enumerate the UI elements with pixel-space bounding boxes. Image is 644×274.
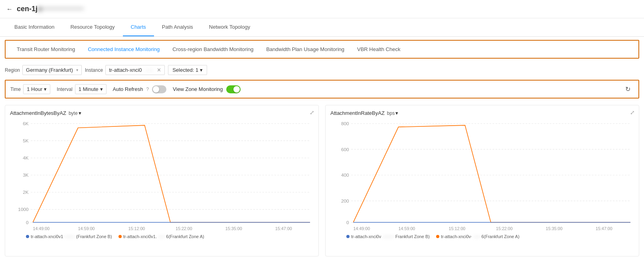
svg-text:15:47:00: 15:47:00: [596, 226, 612, 231]
svg-text:0: 0: [26, 220, 29, 225]
tab-path[interactable]: Path Analysis: [154, 18, 201, 36]
instance-label: Instance: [85, 67, 103, 73]
tab-resource[interactable]: Resource Topology: [62, 18, 122, 36]
svg-text:15:22:00: 15:22:00: [496, 226, 513, 231]
chart2-legend-item-1: tr-attach-xnci0v·········Frankfurt Zone …: [346, 234, 430, 239]
svg-text:15:12:00: 15:12:00: [128, 226, 145, 231]
interval-select[interactable]: 1 Minute ▾: [75, 84, 107, 94]
svg-text:15:35:00: 15:35:00: [546, 226, 563, 231]
svg-text:15:47:00: 15:47:00: [275, 226, 292, 231]
auto-refresh-label: Auto Refresh: [113, 86, 143, 92]
svg-text:0: 0: [346, 220, 349, 225]
chart2-legend-text-2: tr-attach-xnci0v·: [441, 234, 472, 239]
chart1-legend-dot-2: [119, 235, 122, 238]
sub-tab-vbr[interactable]: VBR Health Check: [351, 44, 407, 55]
chart2-svg-wrapper: 800 600 400 200 0 14:49:00 14:59:00 15:1…: [330, 119, 634, 231]
chart1-legend-item-2: tr-attach-xnci0v1.·····6(Frankfurt Zone …: [119, 234, 204, 239]
chart1-title: AttachmentInBytesByAZ: [10, 110, 66, 116]
region-select[interactable]: Germany (Frankfurt) ▾: [22, 65, 82, 75]
sub-tabs: Transit Router Monitoring Connected Inst…: [5, 40, 639, 59]
svg-text:200: 200: [341, 198, 349, 204]
svg-text:1000: 1000: [18, 207, 29, 212]
instance-filter: Instance tr-attach-xnci0······ ✕: [85, 65, 165, 75]
chart1-unit-select[interactable]: byte ▾: [69, 110, 81, 116]
chart2-legend-text-1: tr-attach-xnci0v: [351, 234, 381, 239]
chart1-header: AttachmentInBytesByAZ byte ▾: [10, 110, 314, 116]
time-label: Time: [10, 87, 21, 92]
svg-text:3K: 3K: [23, 172, 29, 178]
view-zone-control: View Zone Monitoring: [173, 85, 241, 93]
svg-text:600: 600: [341, 147, 349, 152]
sub-tab-transit[interactable]: Transit Router Monitoring: [10, 44, 81, 55]
chart2-svg: 800 600 400 200 0 14:49:00 14:59:00 15:1…: [330, 119, 634, 231]
chart2-header: AttachmentInRateByAZ bps ▾: [330, 110, 634, 116]
sub-tab-bandwidth[interactable]: Bandwidth Plan Usage Monitoring: [260, 44, 351, 55]
view-zone-label: View Zone Monitoring: [173, 86, 223, 92]
sub-tab-connected[interactable]: Connected Instance Monitoring: [81, 44, 166, 55]
chart2-unit-select[interactable]: bps ▾: [387, 110, 398, 116]
view-zone-toggle[interactable]: [226, 85, 241, 93]
interval-chevron-icon: ▾: [100, 86, 103, 92]
interval-control: Interval 1 Minute ▾: [57, 84, 106, 94]
interval-label: Interval: [57, 87, 72, 92]
time-controls-row: Time 1 Hour ▾ Interval 1 Minute ▾ Auto R…: [5, 80, 639, 99]
instance-value: tr-attach-xnci0: [109, 67, 142, 73]
selected-chevron-icon: ▾: [200, 67, 203, 73]
main-tabs: Basic Information Resource Topology Char…: [0, 18, 644, 37]
chart2-legend-dot-1: [346, 235, 350, 238]
chart1-unit-chevron-icon: ▾: [79, 110, 81, 116]
page-title: cen-1jo·····················: [17, 5, 84, 13]
svg-text:14:49:00: 14:49:00: [353, 226, 370, 231]
instance-clear-icon[interactable]: ✕: [157, 67, 161, 73]
chart-attachment-rate: AttachmentInRateByAZ bps ▾ ⤢ 800 600 400…: [325, 105, 639, 256]
chart2-unit: bps: [387, 110, 395, 116]
region-chevron-icon: ▾: [76, 68, 78, 72]
svg-text:400: 400: [341, 172, 349, 178]
time-select[interactable]: 1 Hour ▾: [23, 84, 50, 94]
svg-text:14:49:00: 14:49:00: [33, 226, 49, 231]
svg-text:5K: 5K: [23, 138, 29, 144]
chart1-legend-text-1: tr-attach-xnci0v1: [31, 234, 63, 239]
refresh-button[interactable]: ↻: [622, 84, 634, 95]
page-header: ← cen-1jo·····················: [0, 0, 644, 18]
view-zone-toggle-knob: [233, 86, 240, 93]
time-chevron-icon: ▾: [44, 86, 47, 92]
tab-basic[interactable]: Basic Information: [6, 18, 62, 36]
svg-text:14:59:00: 14:59:00: [78, 226, 95, 231]
chart1-legend: tr-attach-xnci0v1········(Frankfurt Zone…: [10, 231, 314, 239]
svg-text:4K: 4K: [23, 155, 29, 161]
auto-refresh-toggle-knob: [153, 86, 159, 93]
chart2-legend: tr-attach-xnci0v·········Frankfurt Zone …: [330, 231, 634, 239]
auto-refresh-control: Auto Refresh ?: [113, 85, 167, 93]
chart1-legend-item-1: tr-attach-xnci0v1········(Frankfurt Zone…: [26, 234, 112, 239]
svg-text:6K: 6K: [23, 121, 29, 126]
auto-refresh-help-icon[interactable]: ?: [146, 87, 149, 92]
chart2-expand-button[interactable]: ⤢: [630, 109, 635, 116]
back-button[interactable]: ←: [6, 6, 13, 13]
auto-refresh-toggle[interactable]: [152, 85, 166, 93]
chart1-svg: 6K 5K 4K 3K 2K 1000 0 14:49:00 14:59:00 …: [10, 119, 314, 231]
tab-charts[interactable]: Charts: [123, 18, 154, 36]
svg-text:15:12:00: 15:12:00: [449, 226, 466, 231]
time-control: Time 1 Hour ▾: [10, 84, 50, 94]
charts-area: AttachmentInBytesByAZ byte ▾ ⤢ 6K 5K 4K: [0, 102, 644, 260]
svg-text:15:22:00: 15:22:00: [176, 226, 192, 231]
chart2-unit-chevron-icon: ▾: [395, 110, 398, 116]
chart1-unit: byte: [69, 110, 78, 116]
chart2-legend-item-2: tr-attach-xnci0v······6(Frankfurt Zone A…: [436, 234, 520, 239]
selected-badge[interactable]: Selected: 1 ▾: [168, 65, 207, 75]
sub-tab-crossregion[interactable]: Cross-region Bandwidth Monitoring: [166, 44, 260, 55]
tab-network[interactable]: Network Topology: [201, 18, 258, 36]
filters-row: Region Germany (Frankfurt) ▾ Instance tr…: [0, 62, 644, 78]
region-filter: Region Germany (Frankfurt) ▾: [5, 65, 82, 75]
chart1-legend-text-2: tr-attach-xnci0v1.: [123, 234, 157, 239]
chart1-expand-button[interactable]: ⤢: [310, 109, 314, 116]
chart1-legend-dot-1: [26, 235, 29, 238]
svg-text:800: 800: [341, 121, 349, 126]
chart2-title: AttachmentInRateByAZ: [330, 110, 385, 116]
svg-text:14:59:00: 14:59:00: [399, 226, 415, 231]
svg-text:2K: 2K: [23, 189, 29, 195]
svg-text:15:35:00: 15:35:00: [225, 226, 242, 231]
chart1-svg-wrapper: 6K 5K 4K 3K 2K 1000 0 14:49:00 14:59:00 …: [10, 119, 314, 231]
region-label: Region: [5, 67, 20, 73]
